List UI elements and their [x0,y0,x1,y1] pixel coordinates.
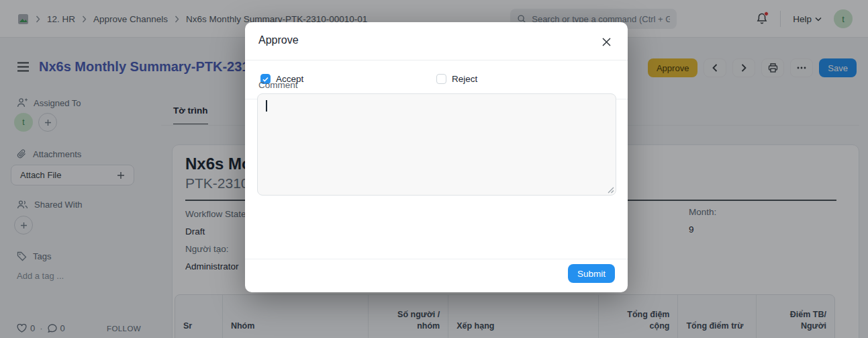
submit-button[interactable]: Submit [568,264,615,283]
reject-label: Reject [452,74,477,84]
reject-option[interactable]: Reject [436,74,612,84]
app-root: 12. HR Approve Channels Nx6s Monthly Sum… [0,0,868,338]
approve-modal: Approve Accept Reject [245,22,628,292]
reject-checkbox[interactable] [436,74,446,84]
modal-body: Accept Reject Comment [245,60,628,99]
text-cursor [266,100,267,112]
modal-title: Approve [258,34,299,46]
comment-label: Comment [258,80,298,90]
comment-field-wrap [257,93,616,196]
modal-footer: Submit [245,259,628,292]
close-icon [602,38,611,46]
comment-textarea[interactable] [257,93,616,196]
close-button[interactable] [598,34,614,50]
modal-header: Approve [245,22,628,60]
